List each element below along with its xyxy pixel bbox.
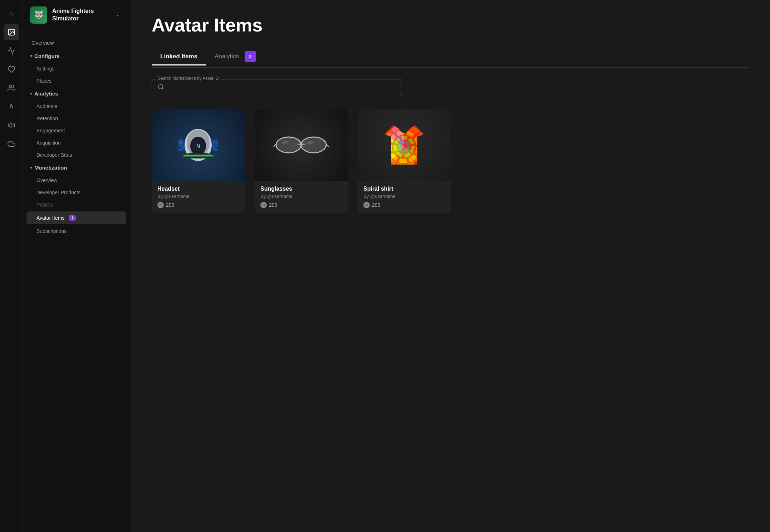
nav-places[interactable]: Places bbox=[23, 75, 130, 87]
item-shirt-name: Spiral shirt bbox=[363, 186, 445, 192]
tab-analytics[interactable]: Analytics 2 bbox=[206, 47, 265, 68]
svg-point-4 bbox=[158, 84, 163, 89]
tab-linked-items[interactable]: Linked Items bbox=[152, 49, 206, 65]
svg-point-1 bbox=[10, 30, 11, 31]
search-input[interactable] bbox=[168, 85, 396, 91]
svg-point-23 bbox=[302, 138, 325, 152]
item-headset-name: Headset bbox=[157, 186, 239, 192]
search-icon bbox=[158, 84, 164, 92]
robux-icon-sunglasses: R bbox=[260, 202, 267, 208]
svg-rect-13 bbox=[212, 140, 218, 147]
nav-cloud-icon[interactable] bbox=[4, 136, 19, 152]
item-shirt-info: Spiral shirt By @username R 200 bbox=[358, 181, 451, 213]
item-sunglasses-image bbox=[255, 109, 348, 181]
items-grid: N Headset By @username R 200 bbox=[152, 109, 749, 213]
item-sunglasses-price: R 200 bbox=[260, 202, 342, 208]
item-card-shirt[interactable]: Spiral shirt By @username R 200 bbox=[358, 109, 451, 213]
nav-sidebar: 🐺 Anime Fighters Simulator ⋮ Overview ▾ … bbox=[23, 0, 130, 532]
game-menu-button[interactable]: ⋮ bbox=[113, 9, 123, 21]
nav-monetization-overview[interactable]: Overview bbox=[23, 174, 130, 186]
svg-point-21 bbox=[277, 138, 300, 152]
nav-settings[interactable]: Settings bbox=[23, 63, 130, 75]
nav-chart-icon[interactable] bbox=[4, 43, 19, 59]
nav-developer-stats[interactable]: Developer Stats bbox=[23, 149, 130, 161]
search-input-row bbox=[158, 84, 396, 92]
item-shirt-image bbox=[358, 109, 451, 181]
item-sunglasses-creator: By @username bbox=[260, 194, 342, 199]
nav-subscriptions[interactable]: Subscriptions bbox=[23, 225, 130, 237]
svg-rect-11 bbox=[184, 155, 212, 156]
item-card-headset[interactable]: N Headset By @username R 200 bbox=[152, 109, 245, 213]
main-content: Avatar Items Linked Items Analytics 2 Se… bbox=[130, 0, 770, 532]
nav-acquisition[interactable]: Acquisition bbox=[23, 137, 130, 149]
nav-section-analytics[interactable]: ▾ Analytics bbox=[23, 87, 130, 100]
chevron-configure: ▾ bbox=[30, 54, 32, 59]
item-sunglasses-info: Sunglasses By @username R 200 bbox=[255, 181, 348, 213]
nav-avatar-items-wrapper: Avatar Items 1 bbox=[26, 211, 126, 224]
robux-icon-headset: R bbox=[157, 202, 164, 208]
robux-icon-shirt: R bbox=[363, 202, 370, 208]
nav-announce-icon[interactable] bbox=[4, 117, 19, 133]
item-shirt-price: R 200 bbox=[363, 202, 445, 208]
svg-point-2 bbox=[9, 85, 11, 88]
game-title: Anime Fighters Simulator bbox=[52, 8, 108, 23]
avatar-items-badge: 1 bbox=[69, 215, 76, 221]
nav-avatar-items[interactable]: Avatar Items 1 bbox=[26, 211, 126, 224]
item-shirt-creator: By @username bbox=[363, 194, 445, 199]
search-container: Search Marketplace by Asset ID bbox=[152, 79, 402, 96]
item-headset-price: R 200 bbox=[157, 202, 239, 208]
game-header: 🐺 Anime Fighters Simulator ⋮ bbox=[23, 0, 130, 30]
analytics-section-label: Analytics bbox=[34, 91, 58, 97]
page-title: Avatar Items bbox=[152, 14, 749, 36]
nav-image-icon[interactable] bbox=[4, 24, 19, 40]
search-label: Search Marketplace by Asset ID bbox=[156, 76, 220, 81]
nav-engagement[interactable]: Engagement bbox=[23, 125, 130, 137]
svg-marker-3 bbox=[8, 123, 11, 128]
nav-developer-products[interactable]: Developer Products bbox=[23, 186, 130, 199]
nav-retention[interactable]: Retention bbox=[23, 112, 130, 125]
nav-piggy-icon[interactable] bbox=[4, 62, 19, 77]
nav-passes[interactable]: Passes bbox=[23, 199, 130, 211]
svg-line-5 bbox=[162, 88, 163, 89]
chevron-analytics: ▾ bbox=[30, 91, 32, 96]
tabs-row: Linked Items Analytics 2 bbox=[152, 47, 749, 68]
item-card-sunglasses[interactable]: Sunglasses By @username R 200 bbox=[255, 109, 348, 213]
item-headset-creator: By @username bbox=[157, 194, 239, 199]
configure-label: Configure bbox=[34, 53, 60, 59]
nav-overview[interactable]: Overview bbox=[23, 36, 130, 49]
svg-text:N: N bbox=[196, 143, 200, 149]
analytics-tab-badge: 2 bbox=[245, 51, 256, 62]
nav-section-configure[interactable]: ▾ Configure bbox=[23, 49, 130, 63]
icon-sidebar: ⌂ A bbox=[0, 0, 23, 532]
nav-avatar-items-label: Avatar Items bbox=[36, 215, 64, 221]
game-avatar: 🐺 bbox=[30, 6, 47, 24]
nav-section-monetization[interactable]: ▾ Monetization bbox=[23, 161, 130, 174]
tab-linked-items-label: Linked Items bbox=[160, 53, 197, 60]
item-headset-info: Headset By @username R 200 bbox=[152, 181, 245, 213]
nav-translate-icon[interactable]: A bbox=[4, 99, 19, 114]
monetization-label: Monetization bbox=[34, 165, 67, 171]
item-sunglasses-name: Sunglasses bbox=[260, 186, 342, 192]
nav-audience[interactable]: Audience bbox=[23, 100, 130, 112]
tab-analytics-label: Analytics bbox=[215, 53, 239, 60]
svg-rect-14 bbox=[179, 140, 182, 144]
sunglasses-price-value: 200 bbox=[269, 202, 277, 208]
item-headset-image: N bbox=[152, 109, 245, 181]
nav-home-icon[interactable]: ⌂ bbox=[4, 6, 19, 21]
shirt-price-value: 200 bbox=[372, 202, 380, 208]
nav-list: Overview ▾ Configure Settings Places ▾ A… bbox=[23, 30, 130, 243]
nav-users-icon[interactable] bbox=[4, 80, 19, 96]
chevron-monetization: ▾ bbox=[30, 165, 32, 170]
headset-price-value: 200 bbox=[166, 202, 174, 208]
